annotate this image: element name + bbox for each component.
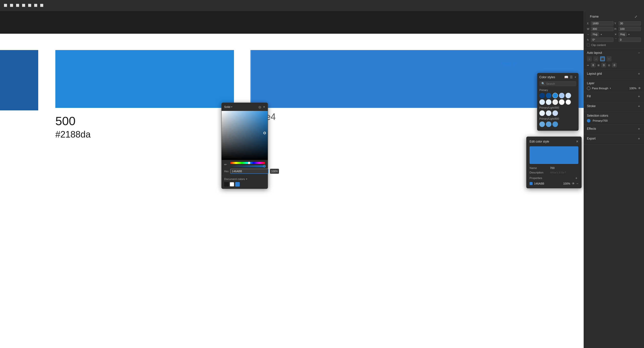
layout-dots-icon[interactable]: ··· — [607, 56, 612, 61]
ecs-desc-input[interactable]: What's it for? — [550, 171, 578, 174]
rotation-value[interactable]: 0° — [591, 37, 614, 42]
cs-swatches-light800 — [539, 121, 576, 127]
align-center-icon[interactable]: ⬜ — [9, 3, 14, 8]
layer-eye-icon[interactable]: 👁 — [638, 86, 641, 90]
align-bottom-icon[interactable]: ⬜ — [33, 3, 38, 8]
cs-list-icon[interactable]: ☰ — [570, 75, 573, 79]
align-top-icon[interactable]: ⬜ — [21, 3, 26, 8]
picker-close-button[interactable]: × — [263, 105, 265, 109]
cs-search-box[interactable]: 🔍 — [539, 81, 576, 86]
cs-swatch-light800-3[interactable] — [552, 121, 558, 127]
ecs-desc-label: Description — [530, 171, 548, 174]
color-rect-dark[interactable] — [0, 50, 38, 110]
ecs-properties-add[interactable]: + — [574, 176, 578, 180]
picker-header: Solid ▾ ◎ × — [222, 103, 268, 111]
stroke-add[interactable]: + — [637, 104, 641, 108]
color-rect-right[interactable]: Primary - 03 — [250, 50, 584, 108]
ecs-prop-minus-icon[interactable]: − — [576, 182, 578, 186]
eyedropper-icon[interactable]: ✏ — [224, 163, 228, 167]
layout-right-icon[interactable]: → — [593, 56, 598, 61]
layout-down-icon[interactable]: ↓ — [587, 56, 592, 61]
ecs-prop-opacity[interactable]: 100% — [563, 182, 570, 185]
ecs-prop-swatch[interactable] — [530, 182, 533, 185]
opacity-slider[interactable] — [230, 165, 265, 167]
cs-swatch-light800-1[interactable] — [539, 121, 545, 127]
cs-swatch-primary-4[interactable] — [559, 93, 565, 98]
export-add[interactable]: + — [637, 137, 641, 141]
cs-book-icon[interactable]: 📖 — [564, 75, 568, 79]
ecs-name-value[interactable]: 700 — [550, 166, 578, 169]
opacity-value[interactable]: 100% — [629, 87, 636, 90]
hex-input[interactable] — [230, 169, 268, 174]
cs-swatch-light900-1[interactable] — [539, 110, 545, 116]
auto-layout-icons: ↓ → ⬛ ··· — [587, 56, 641, 61]
right-panel: Frame ⤢ X 1680 Y 30 W 300 H 100 — [584, 11, 644, 348]
picker-target-icon[interactable]: ◎ — [258, 105, 261, 109]
cs-swatch-primary-1[interactable] — [539, 93, 545, 98]
hug-label-2: ✕ — [615, 33, 618, 36]
cs-swatch-primary-8[interactable] — [552, 99, 558, 105]
h-value[interactable]: 100 — [619, 27, 641, 31]
stroke-title: Stroke — [587, 104, 596, 108]
selection-color-name[interactable]: Primary/700 — [593, 119, 608, 122]
layout-grid-add[interactable]: + — [637, 72, 641, 76]
clip-content-checkbox[interactable] — [587, 44, 590, 47]
picker-type-button[interactable]: Solid ▾ — [224, 105, 232, 108]
frame-expand-icon[interactable]: ⤢ — [634, 15, 638, 19]
cs-swatch-primary-9[interactable] — [559, 99, 565, 105]
cs-swatch-primary-5[interactable] — [566, 93, 571, 98]
padding-value-2[interactable]: 0 — [612, 63, 617, 67]
cs-swatch-primary-3[interactable] — [552, 93, 558, 98]
doc-swatch-3[interactable] — [235, 182, 240, 187]
doc-swatch-2[interactable] — [230, 182, 234, 187]
doc-colors-header[interactable]: Document colors ▾ — [224, 178, 265, 181]
ecs-prop-hex[interactable]: 146ABB — [534, 182, 562, 185]
layout-align-icon[interactable]: ⬛ — [600, 56, 605, 61]
corner-label: ⌒ — [615, 38, 618, 41]
canvas-content[interactable]: Primary - 03 500 #2188da …e4 — [0, 34, 584, 348]
picker-gradient-area[interactable] — [222, 111, 268, 160]
cs-swatch-light900-2[interactable] — [546, 110, 551, 116]
align-left-icon[interactable]: ⬜ — [3, 3, 8, 8]
cs-swatch-primary-10[interactable] — [566, 99, 571, 105]
selection-color-swatch[interactable] — [587, 119, 590, 122]
spacing-value[interactable]: 8 — [591, 63, 595, 67]
doc-colors-swatches — [224, 182, 265, 187]
align-middle-icon[interactable]: ⬜ — [27, 3, 32, 8]
cs-swatch-light800-2[interactable] — [546, 121, 551, 127]
cs-add-icon[interactable]: + — [574, 75, 576, 79]
padding-value-1[interactable]: 0 — [601, 63, 606, 67]
cs-search-input[interactable] — [546, 82, 574, 85]
export-title-row: Export + — [587, 137, 641, 141]
picker-sliders — [230, 162, 265, 167]
canvas-area[interactable]: Primary - 03 500 #2188da …e4 — [0, 11, 584, 348]
blend-mode-arrow[interactable]: ▾ — [610, 87, 611, 90]
hug-button-1[interactable]: Hug — [591, 32, 599, 36]
distribute-icon[interactable]: ⬜ — [39, 3, 44, 8]
y-value[interactable]: 30 — [619, 21, 641, 26]
cs-group-light900: Primary/Light/900 — [539, 106, 576, 109]
clip-content-row: Clip content — [587, 44, 641, 47]
color-rect-blue[interactable] — [55, 50, 234, 108]
cs-swatch-primary-7[interactable] — [546, 99, 551, 105]
effects-add[interactable]: + — [637, 127, 641, 131]
w-value[interactable]: 300 — [591, 27, 614, 31]
x-value[interactable]: 1680 — [591, 21, 614, 26]
hug-button-2[interactable]: Hug — [619, 32, 627, 36]
fill-add[interactable]: + — [637, 94, 641, 98]
doc-swatch-1[interactable] — [224, 182, 229, 187]
align-right-icon[interactable]: ⬜ — [15, 3, 20, 8]
opacity-input[interactable] — [270, 169, 279, 174]
cs-search-icon: 🔍 — [541, 82, 545, 85]
blend-mode-value[interactable]: Pass through — [592, 87, 608, 90]
corner-value[interactable]: 0 — [619, 37, 641, 42]
corner-group: ⌒ 0 — [615, 37, 641, 42]
auto-layout-minus[interactable]: − — [637, 51, 641, 55]
cs-swatch-light900-3[interactable] — [552, 110, 558, 116]
ecs-close-button[interactable]: × — [576, 139, 578, 144]
cs-swatch-primary-6[interactable] — [539, 99, 545, 105]
ecs-prop-eye-icon[interactable]: 👁 — [572, 182, 575, 185]
hue-slider[interactable] — [230, 162, 265, 164]
picker-header-icons: ◎ × — [258, 105, 265, 109]
cs-swatch-primary-2[interactable] — [546, 93, 551, 98]
